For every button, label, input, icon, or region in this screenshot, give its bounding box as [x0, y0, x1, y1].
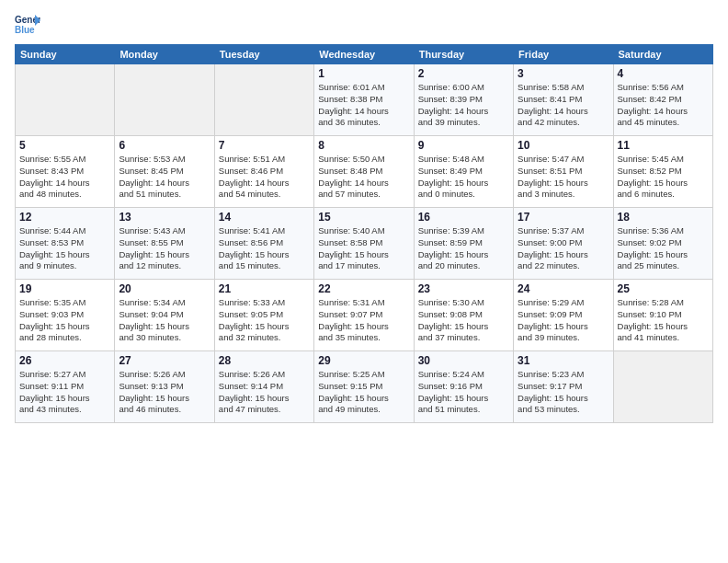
day-number: 10	[518, 139, 609, 152]
day-number: 15	[318, 211, 409, 224]
day-number: 11	[618, 139, 709, 152]
day-number: 17	[518, 211, 609, 224]
day-number: 13	[119, 211, 210, 224]
day-number: 2	[418, 67, 509, 80]
calendar-day-24: 24Sunrise: 5:29 AM Sunset: 9:09 PM Dayli…	[514, 280, 613, 351]
col-header-monday: Monday	[115, 45, 214, 64]
calendar-day-22: 22Sunrise: 5:31 AM Sunset: 9:07 PM Dayli…	[314, 280, 414, 351]
logo-icon: General Blue	[15, 11, 40, 37]
calendar-empty-cell	[115, 64, 214, 136]
calendar-week-row: 5Sunrise: 5:55 AM Sunset: 8:43 PM Daylig…	[16, 136, 713, 208]
day-info: Sunrise: 6:01 AM Sunset: 8:38 PM Dayligh…	[318, 82, 409, 129]
day-info: Sunrise: 5:39 AM Sunset: 8:59 PM Dayligh…	[418, 225, 509, 272]
day-info: Sunrise: 5:43 AM Sunset: 8:55 PM Dayligh…	[119, 225, 210, 272]
day-info: Sunrise: 5:26 AM Sunset: 9:14 PM Dayligh…	[219, 369, 310, 416]
day-info: Sunrise: 5:35 AM Sunset: 9:03 PM Dayligh…	[19, 297, 110, 344]
day-number: 29	[318, 354, 409, 367]
calendar-day-21: 21Sunrise: 5:33 AM Sunset: 9:05 PM Dayli…	[214, 280, 313, 351]
day-info: Sunrise: 5:30 AM Sunset: 9:08 PM Dayligh…	[418, 297, 509, 344]
day-number: 1	[318, 67, 409, 80]
day-number: 25	[618, 282, 709, 295]
day-number: 28	[219, 354, 310, 367]
col-header-sunday: Sunday	[16, 45, 115, 64]
day-number: 22	[318, 282, 409, 295]
day-info: Sunrise: 5:58 AM Sunset: 8:41 PM Dayligh…	[518, 82, 609, 129]
calendar-day-25: 25Sunrise: 5:28 AM Sunset: 9:10 PM Dayli…	[613, 280, 712, 351]
day-info: Sunrise: 5:45 AM Sunset: 8:52 PM Dayligh…	[618, 154, 709, 201]
day-info: Sunrise: 5:28 AM Sunset: 9:10 PM Dayligh…	[618, 297, 709, 344]
calendar-day-13: 13Sunrise: 5:43 AM Sunset: 8:55 PM Dayli…	[115, 208, 214, 280]
day-info: Sunrise: 5:37 AM Sunset: 9:00 PM Dayligh…	[518, 225, 609, 272]
col-header-wednesday: Wednesday	[314, 45, 414, 64]
day-number: 31	[518, 354, 609, 367]
calendar-day-19: 19Sunrise: 5:35 AM Sunset: 9:03 PM Dayli…	[16, 280, 115, 351]
day-info: Sunrise: 5:44 AM Sunset: 8:53 PM Dayligh…	[19, 225, 110, 272]
calendar-empty-cell	[613, 351, 712, 423]
calendar-week-row: 1Sunrise: 6:01 AM Sunset: 8:38 PM Daylig…	[16, 64, 713, 136]
header: General Blue	[15, 11, 713, 37]
day-number: 30	[418, 354, 509, 367]
day-info: Sunrise: 5:36 AM Sunset: 9:02 PM Dayligh…	[618, 225, 709, 272]
day-number: 16	[418, 211, 509, 224]
day-info: Sunrise: 5:53 AM Sunset: 8:45 PM Dayligh…	[119, 154, 210, 201]
calendar-day-7: 7Sunrise: 5:51 AM Sunset: 8:46 PM Daylig…	[214, 136, 313, 208]
day-number: 5	[19, 139, 110, 152]
calendar-day-5: 5Sunrise: 5:55 AM Sunset: 8:43 PM Daylig…	[16, 136, 115, 208]
day-number: 3	[518, 67, 609, 80]
calendar-day-16: 16Sunrise: 5:39 AM Sunset: 8:59 PM Dayli…	[414, 208, 513, 280]
day-info: Sunrise: 5:25 AM Sunset: 9:15 PM Dayligh…	[318, 369, 409, 416]
day-number: 14	[219, 211, 310, 224]
calendar-day-15: 15Sunrise: 5:40 AM Sunset: 8:58 PM Dayli…	[314, 208, 414, 280]
day-number: 23	[418, 282, 509, 295]
calendar-day-20: 20Sunrise: 5:34 AM Sunset: 9:04 PM Dayli…	[115, 280, 214, 351]
day-number: 9	[418, 139, 509, 152]
day-info: Sunrise: 5:51 AM Sunset: 8:46 PM Dayligh…	[219, 154, 310, 201]
calendar-empty-cell	[16, 64, 115, 136]
calendar-day-27: 27Sunrise: 5:26 AM Sunset: 9:13 PM Dayli…	[115, 351, 214, 423]
day-number: 6	[119, 139, 210, 152]
day-info: Sunrise: 5:23 AM Sunset: 9:17 PM Dayligh…	[518, 369, 609, 416]
calendar-day-4: 4Sunrise: 5:56 AM Sunset: 8:42 PM Daylig…	[613, 64, 712, 136]
calendar-day-10: 10Sunrise: 5:47 AM Sunset: 8:51 PM Dayli…	[514, 136, 613, 208]
day-info: Sunrise: 5:50 AM Sunset: 8:48 PM Dayligh…	[318, 154, 409, 201]
logo: General Blue	[15, 11, 44, 37]
day-info: Sunrise: 5:48 AM Sunset: 8:49 PM Dayligh…	[418, 154, 509, 201]
calendar-day-30: 30Sunrise: 5:24 AM Sunset: 9:16 PM Dayli…	[414, 351, 513, 423]
day-number: 21	[219, 282, 310, 295]
page: General Blue SundayMondayTuesdayWednesda…	[0, 0, 728, 563]
day-info: Sunrise: 5:47 AM Sunset: 8:51 PM Dayligh…	[518, 154, 609, 201]
day-info: Sunrise: 5:55 AM Sunset: 8:43 PM Dayligh…	[19, 154, 110, 201]
calendar-week-row: 19Sunrise: 5:35 AM Sunset: 9:03 PM Dayli…	[16, 280, 713, 351]
calendar-day-14: 14Sunrise: 5:41 AM Sunset: 8:56 PM Dayli…	[214, 208, 313, 280]
day-info: Sunrise: 5:34 AM Sunset: 9:04 PM Dayligh…	[119, 297, 210, 344]
col-header-thursday: Thursday	[414, 45, 513, 64]
day-info: Sunrise: 5:24 AM Sunset: 9:16 PM Dayligh…	[418, 369, 509, 416]
day-number: 19	[19, 282, 110, 295]
day-number: 24	[518, 282, 609, 295]
calendar-day-26: 26Sunrise: 5:27 AM Sunset: 9:11 PM Dayli…	[16, 351, 115, 423]
calendar-header-row: SundayMondayTuesdayWednesdayThursdayFrid…	[16, 45, 713, 64]
day-info: Sunrise: 5:41 AM Sunset: 8:56 PM Dayligh…	[219, 225, 310, 272]
day-info: Sunrise: 5:26 AM Sunset: 9:13 PM Dayligh…	[119, 369, 210, 416]
col-header-friday: Friday	[514, 45, 613, 64]
day-info: Sunrise: 5:40 AM Sunset: 8:58 PM Dayligh…	[318, 225, 409, 272]
day-number: 4	[618, 67, 709, 80]
calendar-day-6: 6Sunrise: 5:53 AM Sunset: 8:45 PM Daylig…	[115, 136, 214, 208]
calendar-day-9: 9Sunrise: 5:48 AM Sunset: 8:49 PM Daylig…	[414, 136, 513, 208]
day-number: 27	[119, 354, 210, 367]
day-number: 7	[219, 139, 310, 152]
calendar-day-23: 23Sunrise: 5:30 AM Sunset: 9:08 PM Dayli…	[414, 280, 513, 351]
calendar-week-row: 12Sunrise: 5:44 AM Sunset: 8:53 PM Dayli…	[16, 208, 713, 280]
calendar-day-2: 2Sunrise: 6:00 AM Sunset: 8:39 PM Daylig…	[414, 64, 513, 136]
calendar-day-28: 28Sunrise: 5:26 AM Sunset: 9:14 PM Dayli…	[214, 351, 313, 423]
day-number: 8	[318, 139, 409, 152]
calendar-day-12: 12Sunrise: 5:44 AM Sunset: 8:53 PM Dayli…	[16, 208, 115, 280]
calendar-empty-cell	[214, 64, 313, 136]
svg-text:Blue: Blue	[15, 25, 35, 35]
day-info: Sunrise: 5:31 AM Sunset: 9:07 PM Dayligh…	[318, 297, 409, 344]
calendar-day-29: 29Sunrise: 5:25 AM Sunset: 9:15 PM Dayli…	[314, 351, 414, 423]
calendar-day-8: 8Sunrise: 5:50 AM Sunset: 8:48 PM Daylig…	[314, 136, 414, 208]
day-number: 20	[119, 282, 210, 295]
calendar-day-1: 1Sunrise: 6:01 AM Sunset: 8:38 PM Daylig…	[314, 64, 414, 136]
calendar-week-row: 26Sunrise: 5:27 AM Sunset: 9:11 PM Dayli…	[16, 351, 713, 423]
